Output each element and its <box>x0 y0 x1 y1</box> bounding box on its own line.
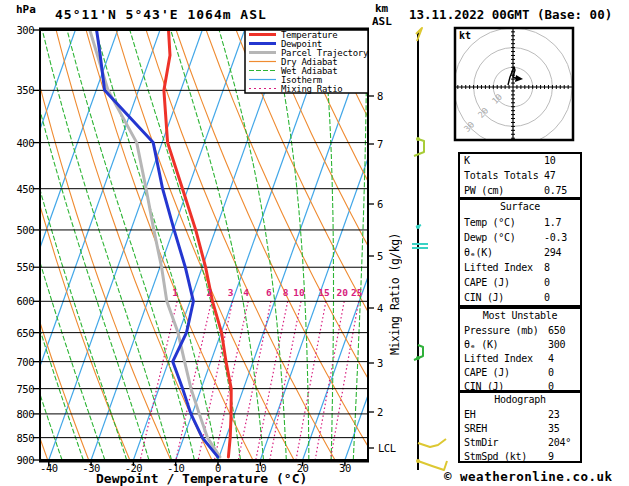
isotherm-line <box>218 30 372 460</box>
table-row-value: 294 <box>544 247 561 258</box>
table-row: Pressure (mb)650 <box>460 324 580 338</box>
mixing-ratio-value-label: 4 <box>236 287 256 298</box>
table-row-value: 0 <box>548 367 554 378</box>
table-row-label: θₑ(K) <box>464 247 493 258</box>
pressure-tick-label: 700 <box>4 356 34 368</box>
altitude-axis-unit-asl: ASL <box>372 15 392 28</box>
page-title: 45°11'N 5°43'E 1064m ASL <box>55 7 267 22</box>
dry-adiabat-line <box>176 30 376 460</box>
temp-tick-label: 10 <box>240 462 280 474</box>
hodograph-stats-table: Hodograph EH23SREH35StmDir204°StmSpd (kt… <box>458 391 582 463</box>
table-row-value: 300 <box>548 339 565 350</box>
table-row: K10 <box>460 154 580 169</box>
table-row-label: Pressure (mb) <box>464 325 538 336</box>
table-row-value: 4 <box>548 353 554 364</box>
wind-barb-dot <box>416 356 420 360</box>
pressure-tick-label: 300 <box>4 24 34 36</box>
mixing-ratio-value-label: 25 <box>347 287 367 298</box>
pressure-tick-label: 800 <box>4 408 34 420</box>
wet-adiabat-line <box>272 30 309 460</box>
table-row-value: 650 <box>548 325 565 336</box>
table-row: Dewp (°C)-0.3 <box>460 231 580 246</box>
surface-table-header: Surface <box>460 200 580 216</box>
mixing-ratio-value-label: 10 <box>289 287 309 298</box>
table-row: Lifted Index4 <box>460 352 580 366</box>
wind-barb-dot <box>416 459 420 463</box>
table-row: PW (cm)0.75 <box>460 184 580 199</box>
table-row: CAPE (J)0 <box>460 366 580 380</box>
mixing-ratio-value-label: 2 <box>199 287 219 298</box>
table-row: Totals Totals47 <box>460 169 580 184</box>
mixing-ratio-line <box>256 301 288 460</box>
mixing-ratio-value-label: 1 <box>165 287 185 298</box>
table-row: θₑ (K)300 <box>460 338 580 352</box>
pressure-axis-unit: hPa <box>16 3 36 16</box>
table-row-label: Dewp (°C) <box>464 232 516 243</box>
temp-tick-label: -30 <box>71 462 111 474</box>
hodograph-table-header: Hodograph <box>460 393 580 408</box>
most-unstable-table: Most Unstable Pressure (mb)650θₑ (K)300L… <box>458 307 582 392</box>
dry-adiabat-line <box>206 30 417 460</box>
legend-item-label: Mixing Ratio <box>281 84 342 94</box>
altitude-axis-unit-km: km <box>375 2 388 15</box>
wind-barb-dot <box>416 137 420 141</box>
table-row-value: 10 <box>544 155 555 166</box>
table-row-value: 23 <box>548 409 559 420</box>
pressure-tick-label: 350 <box>4 84 34 96</box>
lcl-label: LCL <box>378 442 395 454</box>
table-row-label: SREH <box>464 423 487 434</box>
table-row-value: 47 <box>544 170 555 181</box>
table-row-label: Temp (°C) <box>464 217 516 228</box>
wind-barb <box>418 461 447 470</box>
hodograph-trace-marker <box>515 75 523 82</box>
wind-barb-dot <box>416 225 420 229</box>
table-row-value: 8 <box>544 262 550 273</box>
table-row-label: StmSpd (kt) <box>464 451 527 462</box>
temp-tick-label: -10 <box>156 462 196 474</box>
temp-tick-label: 20 <box>283 462 323 474</box>
table-row: Lifted Index8 <box>460 261 580 276</box>
km-tick-label: 8 <box>377 90 383 102</box>
hodograph-unit-label: kt <box>459 30 471 41</box>
sounding-curves <box>90 30 231 457</box>
table-row: θₑ(K)294 <box>460 246 580 261</box>
surface-table: Surface Temp (°C)1.7Dewp (°C)-0.3θₑ(K)29… <box>458 198 582 307</box>
mixing-ratio-value-label: 15 <box>314 287 334 298</box>
table-row: EH23 <box>460 408 580 422</box>
table-row: StmSpd (kt)9 <box>460 450 580 464</box>
km-tick-label: 4 <box>377 302 383 314</box>
wind-barb <box>418 439 446 447</box>
table-row-value: 0.75 <box>544 185 567 196</box>
km-tick-label: 7 <box>377 138 383 150</box>
pressure-tick-label: 750 <box>4 383 34 395</box>
table-row: StmDir204° <box>460 436 580 450</box>
table-row-value: 9 <box>548 451 554 462</box>
table-row-value: 0 <box>544 292 550 303</box>
table-row-value: 204° <box>548 437 571 448</box>
pressure-tick-label: 550 <box>4 261 34 273</box>
most-unstable-table-header: Most Unstable <box>460 309 580 324</box>
km-tick-label: 2 <box>377 406 383 418</box>
km-tick-label: 6 <box>377 198 383 210</box>
table-row-label: CIN (J) <box>464 292 504 303</box>
wet-adiabat-line <box>67 30 194 460</box>
table-row-value: 35 <box>548 423 559 434</box>
datetime-label: 13.11.2022 00GMT (Base: 00) <box>409 7 612 22</box>
table-row-label: StmDir <box>464 437 498 448</box>
temp-tick-label: -20 <box>113 462 153 474</box>
temp-tick-label: -40 <box>29 462 69 474</box>
table-row-label: Totals Totals <box>464 170 538 181</box>
table-row-label: PW (cm) <box>464 185 504 196</box>
mixing-ratio-line <box>315 301 344 460</box>
table-row: Temp (°C)1.7 <box>460 216 580 231</box>
mixing-ratio-line <box>140 301 177 460</box>
table-row: SREH35 <box>460 422 580 436</box>
table-row-value: 1.7 <box>544 217 561 228</box>
pressure-tick-label: 600 <box>4 295 34 307</box>
indices-table: K10Totals Totals47PW (cm)0.75 <box>458 152 582 199</box>
dry-adiabat-line <box>26 30 171 460</box>
pressure-tick-label: 450 <box>4 183 34 195</box>
mixing-ratio-axis-title: Mixing Ratio (g/kg) <box>388 195 402 355</box>
table-row-label: Lifted Index <box>464 353 533 364</box>
pressure-tick-label: 650 <box>4 327 34 339</box>
